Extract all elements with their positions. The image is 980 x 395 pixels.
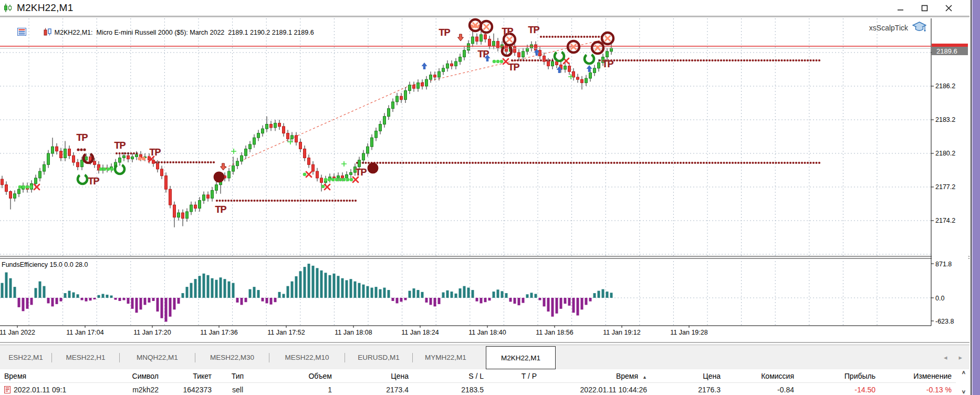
- efficiency-histogram: [1, 264, 613, 321]
- svg-text:11 Jan 19:28: 11 Jan 19:28: [670, 329, 707, 336]
- depth-of-market-icon[interactable]: [3, 20, 26, 45]
- column-header-7[interactable]: T / P: [488, 369, 541, 383]
- tab-mymh22-m1[interactable]: MYMH22,M1: [413, 345, 478, 370]
- table-row[interactable]: 2022.01.11 09:1m2kh221642373sell12173.42…: [0, 383, 969, 395]
- svg-text:-623.8: -623.8: [935, 318, 954, 325]
- svg-text:TP: TP: [149, 147, 161, 158]
- chart-tab-bar: ESH22,M1MESH22,H1MNQH22,M1MESH22,M30MESH…: [0, 345, 969, 370]
- svg-text:TP: TP: [528, 25, 539, 35]
- column-header-3[interactable]: Тип: [216, 369, 259, 383]
- svg-text:11 Jan 18:40: 11 Jan 18:40: [468, 329, 506, 336]
- svg-text:FundsEfficiency 15.0 0.0 28.0: FundsEfficiency 15.0 0.0 28.0: [2, 261, 88, 268]
- svg-text:2189.6: 2189.6: [936, 47, 957, 55]
- svg-text:11 Jan 17:04: 11 Jan 17:04: [66, 329, 103, 336]
- row-cell-6[interactable]: 2183.5: [413, 383, 488, 395]
- symbol-tabs: ESH22,M1MESH22,H1MNQH22,M1MESH22,M30MESH…: [0, 345, 556, 370]
- chart-info-line: M2KH22,M1: Micro E-mini Russell 2000 ($5…: [3, 20, 314, 45]
- watermark-text: xsScalpTick: [869, 24, 908, 32]
- row-cell-9[interactable]: 2176.3: [651, 383, 725, 395]
- row-cell-1[interactable]: m2kh22: [92, 383, 163, 395]
- row-cell-0[interactable]: 2022.01.11 09:1: [0, 383, 92, 395]
- tabs-scroll-left-icon[interactable]: ◂: [944, 354, 947, 361]
- svg-text:871.8: 871.8: [935, 261, 952, 268]
- row-cell-8[interactable]: 2022.01.11 10:44:26: [541, 383, 651, 395]
- row-cell-10[interactable]: -0.84: [725, 383, 798, 395]
- graduation-cap-icon[interactable]: [912, 21, 926, 34]
- column-header-8[interactable]: Время▲: [541, 369, 651, 383]
- svg-text:TP: TP: [76, 132, 88, 143]
- row-cell-11[interactable]: -14.50: [798, 383, 880, 395]
- svg-text:2174.2: 2174.2: [935, 217, 955, 224]
- svg-text:11 Jan 18:24: 11 Jan 18:24: [401, 329, 439, 336]
- deal-document-icon: [4, 386, 11, 395]
- svg-text:TP: TP: [114, 140, 126, 151]
- minimize-button[interactable]: [893, 1, 908, 15]
- svg-text:0.0: 0.0: [935, 295, 944, 302]
- price-chart[interactable]: 2189.22186.22183.22180.22177.22174.2871.…: [0, 16, 969, 345]
- svg-text:TP: TP: [215, 204, 226, 215]
- row-cell-12[interactable]: -0.13 %: [880, 383, 956, 395]
- tab-mesh22-h1[interactable]: MESH22,H1: [52, 345, 119, 370]
- tab-m2kh22-m1-active[interactable]: M2KH22,M1: [486, 346, 556, 369]
- row-cell-5[interactable]: 2173.4: [336, 383, 413, 395]
- svg-text:2180.2: 2180.2: [935, 150, 955, 157]
- title-bar[interactable]: M2KH22,M1: [0, 0, 971, 16]
- background-strip: [971, 0, 980, 395]
- svg-text:TP: TP: [502, 26, 513, 37]
- tab-mesh22-m30[interactable]: MESH22,M30: [195, 345, 269, 370]
- svg-text:2177.2: 2177.2: [935, 183, 955, 191]
- svg-text:11 Jan 17:36: 11 Jan 17:36: [200, 329, 237, 336]
- sort-asc-icon: ▲: [642, 375, 647, 380]
- column-header-0[interactable]: Время: [0, 369, 92, 383]
- svg-text:11 Jan 2022: 11 Jan 2022: [0, 329, 35, 336]
- row-cell-7[interactable]: [488, 383, 541, 395]
- svg-text:11 Jan 17:20: 11 Jan 17:20: [133, 329, 171, 336]
- symbol-ohlc-text: M2KH22,M1: Micro E-mini Russell 2000 ($5…: [55, 29, 314, 36]
- svg-text:TP: TP: [355, 167, 367, 178]
- svg-text:2186.2: 2186.2: [935, 82, 955, 90]
- close-button[interactable]: [941, 1, 956, 15]
- column-header-9[interactable]: Цена: [651, 369, 725, 383]
- column-header-4[interactable]: Объем: [259, 369, 336, 383]
- table-scrollbar[interactable]: ∧ ∨: [959, 369, 968, 395]
- column-header-10[interactable]: Комиссия: [725, 369, 798, 383]
- column-header-5[interactable]: Цена: [336, 369, 413, 383]
- svg-text:TP: TP: [439, 27, 450, 38]
- table-header-row: ВремяСимволТикетТипОбъемЦенаS / LT / PВр…: [0, 369, 969, 383]
- candlestick-app-icon: [3, 3, 13, 13]
- svg-text:11 Jan 17:52: 11 Jan 17:52: [267, 329, 305, 336]
- tab-mesh22-m10[interactable]: MESH22,M10: [269, 345, 345, 370]
- tabs-scroll-right-icon[interactable]: ▸: [958, 354, 962, 361]
- row-cell-4[interactable]: 1: [259, 383, 336, 395]
- scroll-up-icon[interactable]: ∧: [962, 370, 966, 375]
- row-cell-2[interactable]: 1642373: [163, 383, 216, 395]
- column-header-2[interactable]: Тикет: [163, 369, 216, 383]
- maximize-button[interactable]: [917, 1, 932, 15]
- svg-text:TP: TP: [508, 62, 519, 72]
- svg-text:TP: TP: [602, 59, 613, 69]
- candles: [1, 26, 613, 227]
- column-header-11[interactable]: Прибыль: [798, 369, 880, 383]
- svg-text:TP: TP: [88, 176, 99, 186]
- svg-text:2183.2: 2183.2: [935, 116, 955, 123]
- svg-text:11 Jan 19:12: 11 Jan 19:12: [603, 329, 640, 336]
- column-header-6[interactable]: S / L: [413, 369, 488, 383]
- chart-window: 2189.22186.22183.22180.22177.22174.2871.…: [0, 16, 969, 345]
- history-table: ВремяСимволТикетТипОбъемЦенаS / LT / PВр…: [0, 369, 969, 395]
- indicator-watermark: xsScalpTick: [869, 21, 926, 34]
- one-click-trading-icon[interactable]: [29, 20, 52, 45]
- tab-esh22-m1[interactable]: ESH22,M1: [0, 345, 51, 370]
- svg-text:11 Jan 18:56: 11 Jan 18:56: [536, 329, 573, 336]
- column-header-1[interactable]: Символ: [92, 369, 163, 383]
- terminal-window: M2KH22,M1 2189.22186.22183.22180.22177.2…: [0, 0, 980, 395]
- svg-text:TP: TP: [477, 49, 489, 59]
- tab-eurusd-m1[interactable]: EURUSD,M1: [345, 345, 412, 370]
- row-cell-3[interactable]: sell: [216, 383, 259, 395]
- tab-mnqh22-m1[interactable]: MNQH22,M1: [120, 345, 195, 370]
- window-title: M2KH22,M1: [17, 2, 73, 14]
- column-header-12[interactable]: Изменение: [880, 369, 956, 383]
- svg-text:11 Jan 18:08: 11 Jan 18:08: [335, 329, 372, 336]
- scroll-down-icon[interactable]: ∨: [962, 389, 966, 394]
